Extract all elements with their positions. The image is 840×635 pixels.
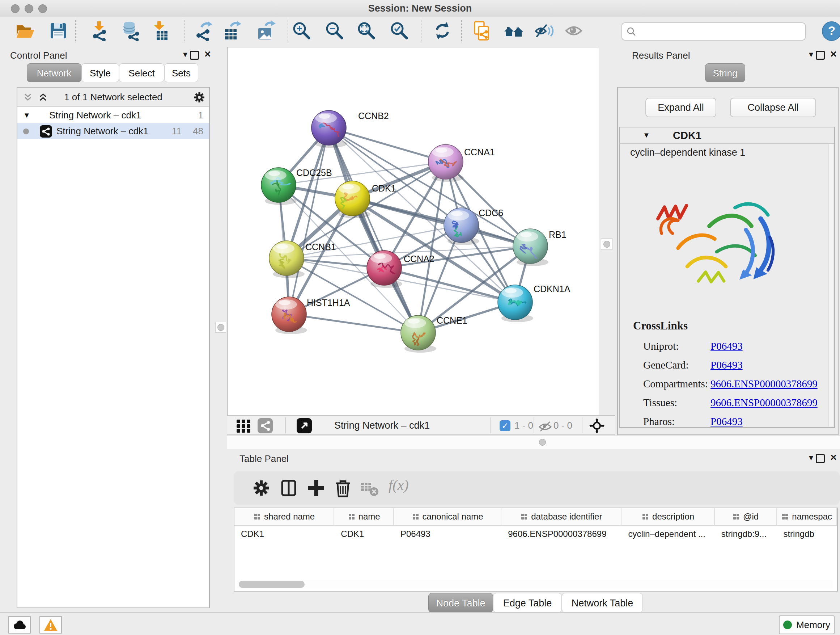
edge-HIST1H1A-CCNE1[interactable] bbox=[289, 314, 418, 333]
column-header-label: name bbox=[358, 511, 380, 522]
crosslink-link[interactable]: 9606.ENSP00000378699 bbox=[711, 378, 818, 390]
table-cell[interactable]: 9606.ENSP00000378699 bbox=[501, 526, 622, 542]
crosslink-label: Pharos: bbox=[643, 416, 675, 428]
import-table-icon[interactable] bbox=[150, 21, 171, 41]
float-panel-icon[interactable]: ▾ bbox=[183, 49, 187, 59]
left-splitter[interactable] bbox=[214, 47, 227, 612]
gear-icon[interactable] bbox=[194, 92, 205, 103]
table-row[interactable]: CDK1CDK1P064939606.ENSP00000378699cyclin… bbox=[234, 526, 837, 542]
birds-eye-icon[interactable] bbox=[589, 418, 605, 433]
maximize-panel-icon[interactable] bbox=[816, 454, 825, 463]
column-header--id[interactable]: @id bbox=[715, 508, 777, 525]
help-button[interactable]: ? bbox=[822, 21, 840, 41]
close-panel-icon[interactable]: ✕ bbox=[204, 49, 211, 59]
export-table-icon[interactable] bbox=[222, 21, 242, 41]
network-row[interactable]: String Network – cdk1 11 48 bbox=[17, 123, 209, 139]
cloud-button[interactable] bbox=[8, 616, 31, 633]
table-settings-gear-icon[interactable] bbox=[251, 478, 271, 498]
network-canvas[interactable]: CCNB2CCNA1CDC25BCDK1CDC6RB1CCNB1CCNA2CDK… bbox=[227, 47, 599, 416]
table-cell[interactable]: CDK1 bbox=[234, 526, 334, 542]
table-cell[interactable]: CDK1 bbox=[334, 526, 394, 542]
protein-section-header[interactable]: ▼ CDK1 bbox=[620, 127, 834, 144]
hidden-count-badge: 0 - 0 bbox=[554, 416, 572, 435]
tab-network-table[interactable]: Network Table bbox=[562, 593, 643, 613]
table-hscrollbar[interactable] bbox=[237, 580, 833, 589]
close-panel-icon[interactable]: ✕ bbox=[830, 49, 837, 59]
warning-button[interactable] bbox=[39, 616, 62, 633]
table-cell[interactable]: stringdb:9... bbox=[715, 526, 777, 542]
column-header-description[interactable]: description bbox=[622, 508, 714, 525]
crosslink-link[interactable]: 9606.ENSP00000378699 bbox=[711, 397, 818, 409]
column-header-shared-name[interactable]: shared name bbox=[234, 508, 334, 525]
export-network-icon[interactable] bbox=[194, 21, 215, 41]
table-cell[interactable]: stringdb bbox=[777, 526, 837, 542]
right-splitter[interactable] bbox=[599, 47, 616, 415]
results-panel: Results Panel ▾ ✕ String Expand All Coll… bbox=[615, 47, 840, 435]
import-network-icon[interactable] bbox=[90, 21, 111, 41]
splitter-handle-icon[interactable] bbox=[601, 238, 613, 250]
open-session-icon[interactable] bbox=[15, 21, 35, 41]
scrollbar-thumb[interactable] bbox=[239, 581, 305, 588]
tab-sets[interactable]: Sets bbox=[164, 63, 198, 82]
tab-node-table[interactable]: Node Table bbox=[428, 593, 493, 613]
search-input[interactable] bbox=[639, 24, 800, 38]
node-label-CDKN1A: CDKN1A bbox=[534, 284, 570, 294]
tab-network[interactable]: Network bbox=[27, 63, 81, 82]
float-panel-icon[interactable]: ▾ bbox=[809, 49, 813, 59]
column-header-canonical-name[interactable]: canonical name bbox=[394, 508, 501, 525]
collection-expander-icon[interactable]: ▼ bbox=[23, 107, 30, 123]
horizontal-splitter[interactable] bbox=[227, 435, 840, 450]
first-neighbors-icon[interactable] bbox=[504, 21, 524, 41]
collapse-all-button[interactable]: Collapse All bbox=[730, 98, 816, 117]
control-panel: Control Panel ▾ ✕ NetworkStyleSelectSets… bbox=[0, 47, 215, 612]
section-expander-icon[interactable]: ▼ bbox=[643, 131, 650, 139]
search-field[interactable] bbox=[622, 22, 806, 41]
selected-checkbox-icon[interactable]: ✓ bbox=[500, 420, 510, 431]
export-image-icon[interactable] bbox=[256, 21, 276, 41]
zoom-in-icon[interactable] bbox=[292, 21, 312, 41]
splitter-handle-icon[interactable] bbox=[539, 439, 546, 446]
zoom-fit-icon[interactable] bbox=[356, 21, 377, 41]
delete-column-icon[interactable] bbox=[333, 478, 353, 498]
close-panel-icon[interactable]: ✕ bbox=[830, 453, 837, 463]
import-database-icon[interactable] bbox=[121, 21, 141, 41]
refresh-icon[interactable] bbox=[432, 21, 453, 41]
tab-edge-table[interactable]: Edge Table bbox=[493, 593, 562, 613]
column-header-label: database identifier bbox=[531, 511, 602, 522]
results-scrollbar[interactable] bbox=[829, 144, 833, 426]
maximize-panel-icon[interactable] bbox=[190, 51, 199, 60]
grid-view-icon[interactable] bbox=[236, 418, 251, 433]
network-view-icon[interactable] bbox=[257, 418, 273, 433]
crosslink-row: GeneCard:P06493 bbox=[633, 356, 829, 375]
column-header-name[interactable]: name bbox=[334, 508, 394, 525]
memory-button[interactable]: Memory bbox=[779, 616, 835, 634]
expand-all-button[interactable]: Expand All bbox=[645, 98, 716, 117]
save-session-icon[interactable] bbox=[48, 21, 68, 41]
tab-style[interactable]: Style bbox=[81, 63, 119, 82]
tab-string[interactable]: String bbox=[705, 63, 745, 82]
crosslink-link[interactable]: P06493 bbox=[711, 340, 743, 352]
table-cell[interactable]: cyclin–dependent ... bbox=[622, 526, 714, 542]
duplicate-network-icon[interactable] bbox=[472, 21, 492, 41]
network-collection-row[interactable]: ▼ String Network – cdk1 1 bbox=[17, 107, 209, 123]
column-header-database-identifier[interactable]: database identifier bbox=[501, 508, 622, 525]
table-cell[interactable]: P06493 bbox=[394, 526, 501, 542]
show-all-icon[interactable] bbox=[564, 21, 584, 41]
control-panel-title: Control Panel bbox=[10, 50, 67, 61]
edge-CCNB2-HIST1H1A[interactable] bbox=[289, 128, 329, 314]
show-columns-icon[interactable] bbox=[279, 478, 299, 498]
hide-selected-icon[interactable] bbox=[534, 21, 554, 41]
crosslink-link[interactable]: P06493 bbox=[711, 359, 743, 371]
tab-select[interactable]: Select bbox=[119, 63, 164, 82]
splitter-handle-icon[interactable] bbox=[215, 322, 226, 333]
zoom-selected-icon[interactable] bbox=[389, 21, 409, 41]
node-table[interactable]: shared namenamecanonical namedatabase id… bbox=[234, 508, 838, 592]
zoom-out-icon[interactable] bbox=[325, 21, 345, 41]
maximize-panel-icon[interactable] bbox=[816, 51, 825, 60]
crosslink-link[interactable]: P06493 bbox=[711, 416, 743, 428]
memory-label: Memory bbox=[796, 619, 830, 631]
open-in-window-icon[interactable] bbox=[297, 418, 312, 433]
float-panel-icon[interactable]: ▾ bbox=[809, 453, 813, 463]
add-column-icon[interactable] bbox=[306, 478, 326, 498]
column-header-namespac[interactable]: namespac bbox=[777, 508, 837, 525]
